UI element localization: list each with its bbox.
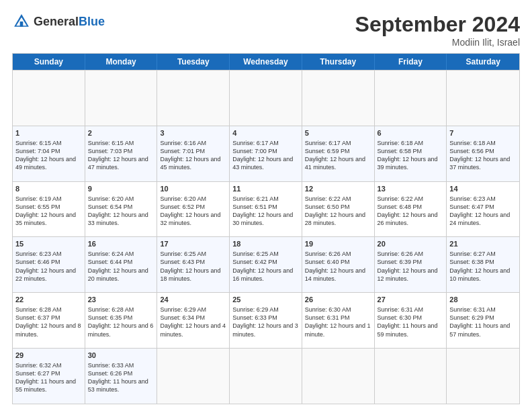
sunrise-text: Sunrise: 6:22 AM (305, 195, 351, 202)
daylight-text: Daylight: 12 hours and 22 minutes. (15, 267, 76, 282)
sunset-text: Sunset: 6:33 PM (232, 314, 277, 321)
sunrise-text: Sunrise: 6:27 AM (449, 250, 496, 257)
sunset-text: Sunset: 6:37 PM (15, 314, 60, 321)
day-number: 16 (88, 239, 154, 249)
cal-cell: 7Sunrise: 6:18 AMSunset: 6:56 PMDaylight… (447, 126, 519, 181)
cal-cell (157, 71, 230, 126)
cal-cell (230, 71, 302, 126)
daylight-text: Daylight: 12 hours and 18 minutes. (160, 267, 220, 282)
header: GeneralBlue September 2024 Modiin Ilit, … (12, 12, 520, 48)
day-number: 27 (378, 295, 444, 305)
sunset-text: Sunset: 6:54 PM (88, 203, 133, 210)
sunset-text: Sunset: 6:52 PM (160, 203, 205, 210)
cal-cell: 12Sunrise: 6:22 AMSunset: 6:50 PMDayligh… (302, 182, 375, 237)
day-number: 21 (449, 239, 517, 249)
day-number: 3 (160, 128, 226, 138)
calendar: SundayMondayTuesdayWednesdayThursdayFrid… (12, 53, 520, 404)
sunset-text: Sunset: 7:04 PM (15, 148, 60, 154)
cal-header-saturday: Saturday (447, 54, 519, 70)
day-number: 18 (232, 239, 299, 249)
day-number: 12 (305, 184, 371, 194)
daylight-text: Daylight: 11 hours and 53 minutes. (88, 378, 148, 393)
sunset-text: Sunset: 6:29 PM (449, 314, 494, 321)
location: Modiin Ilit, Israel (355, 37, 520, 48)
cal-cell: 29Sunrise: 6:32 AMSunset: 6:27 PMDayligh… (13, 349, 85, 404)
daylight-text: Daylight: 12 hours and 37 minutes. (449, 156, 510, 171)
daylight-text: Daylight: 12 hours and 14 minutes. (305, 267, 365, 282)
daylight-text: Daylight: 11 hours and 57 minutes. (449, 322, 510, 337)
sunrise-text: Sunrise: 6:26 AM (378, 250, 424, 257)
cal-row-3: 15Sunrise: 6:23 AMSunset: 6:46 PMDayligh… (13, 236, 519, 292)
day-number: 7 (449, 128, 517, 138)
sunset-text: Sunset: 6:38 PM (449, 259, 494, 265)
sunrise-text: Sunrise: 6:15 AM (88, 140, 134, 146)
sunset-text: Sunset: 6:58 PM (378, 148, 423, 154)
sunrise-text: Sunrise: 6:28 AM (15, 306, 62, 313)
daylight-text: Daylight: 11 hours and 55 minutes. (15, 378, 76, 393)
cal-cell (447, 71, 519, 126)
sunset-text: Sunset: 6:55 PM (15, 203, 60, 210)
sunrise-text: Sunrise: 6:18 AM (449, 140, 496, 146)
day-number: 11 (232, 184, 299, 194)
daylight-text: Daylight: 12 hours and 28 minutes. (305, 212, 365, 226)
sunrise-text: Sunrise: 6:17 AM (305, 140, 351, 146)
cal-cell: 18Sunrise: 6:25 AMSunset: 6:42 PMDayligh… (230, 237, 302, 292)
sunrise-text: Sunrise: 6:19 AM (15, 195, 62, 202)
sunrise-text: Sunrise: 6:33 AM (88, 362, 134, 369)
sunrise-text: Sunrise: 6:25 AM (232, 250, 279, 257)
cal-row-1: 1Sunrise: 6:15 AMSunset: 7:04 PMDaylight… (13, 126, 519, 181)
cal-cell: 1Sunrise: 6:15 AMSunset: 7:04 PMDaylight… (13, 126, 85, 181)
sunset-text: Sunset: 6:47 PM (449, 203, 494, 210)
day-number: 10 (160, 184, 226, 194)
daylight-text: Daylight: 12 hours and 4 minutes. (160, 322, 226, 337)
daylight-text: Daylight: 12 hours and 16 minutes. (232, 267, 293, 282)
sunset-text: Sunset: 6:46 PM (15, 259, 60, 265)
sunset-text: Sunset: 6:27 PM (15, 370, 60, 377)
daylight-text: Daylight: 11 hours and 59 minutes. (378, 322, 438, 337)
sunrise-text: Sunrise: 6:29 AM (160, 306, 206, 313)
cal-row-0 (13, 70, 519, 126)
sunset-text: Sunset: 6:56 PM (449, 148, 494, 154)
cal-cell: 11Sunrise: 6:21 AMSunset: 6:51 PMDayligh… (230, 182, 302, 237)
day-number: 1 (15, 128, 82, 138)
cal-cell (157, 349, 230, 404)
sunset-text: Sunset: 7:00 PM (232, 148, 277, 154)
sunrise-text: Sunrise: 6:32 AM (15, 362, 62, 369)
cal-cell: 2Sunrise: 6:15 AMSunset: 7:03 PMDaylight… (85, 126, 158, 181)
calendar-body: 1Sunrise: 6:15 AMSunset: 7:04 PMDaylight… (13, 70, 519, 404)
day-number: 4 (232, 128, 299, 138)
sunrise-text: Sunrise: 6:15 AM (15, 140, 62, 146)
daylight-text: Daylight: 12 hours and 43 minutes. (232, 156, 293, 171)
sunrise-text: Sunrise: 6:30 AM (305, 306, 351, 313)
cal-cell: 6Sunrise: 6:18 AMSunset: 6:58 PMDaylight… (375, 126, 447, 181)
cal-cell: 25Sunrise: 6:29 AMSunset: 6:33 PMDayligh… (230, 293, 302, 348)
sunset-text: Sunset: 6:34 PM (160, 314, 205, 321)
logo-general: General (34, 15, 79, 28)
cal-cell: 14Sunrise: 6:23 AMSunset: 6:47 PMDayligh… (447, 182, 519, 237)
cal-header-monday: Monday (85, 54, 158, 70)
daylight-text: Daylight: 12 hours and 35 minutes. (15, 212, 76, 226)
sunset-text: Sunset: 6:50 PM (305, 203, 350, 210)
daylight-text: Daylight: 12 hours and 6 minutes. (88, 322, 154, 337)
cal-row-5: 29Sunrise: 6:32 AMSunset: 6:27 PMDayligh… (13, 348, 519, 404)
cal-cell: 16Sunrise: 6:24 AMSunset: 6:44 PMDayligh… (85, 237, 158, 292)
daylight-text: Daylight: 12 hours and 24 minutes. (449, 212, 510, 226)
day-number: 23 (88, 295, 154, 305)
sunset-text: Sunset: 6:59 PM (305, 148, 350, 154)
day-number: 17 (160, 239, 226, 249)
cal-header-sunday: Sunday (13, 54, 85, 70)
day-number: 5 (305, 128, 371, 138)
sunset-text: Sunset: 6:48 PM (378, 203, 423, 210)
cal-cell: 30Sunrise: 6:33 AMSunset: 6:26 PMDayligh… (85, 349, 158, 404)
day-number: 15 (15, 239, 82, 249)
day-number: 2 (88, 128, 154, 138)
sunrise-text: Sunrise: 6:31 AM (449, 306, 496, 313)
logo: GeneralBlue (12, 12, 105, 31)
cal-cell: 22Sunrise: 6:28 AMSunset: 6:37 PMDayligh… (13, 293, 85, 348)
daylight-text: Daylight: 12 hours and 33 minutes. (88, 212, 148, 226)
month-title: September 2024 (355, 12, 520, 37)
daylight-text: Daylight: 12 hours and 12 minutes. (378, 267, 438, 282)
sunrise-text: Sunrise: 6:20 AM (88, 195, 134, 202)
cal-cell: 3Sunrise: 6:16 AMSunset: 7:01 PMDaylight… (157, 126, 230, 181)
daylight-text: Daylight: 12 hours and 10 minutes. (449, 267, 510, 282)
